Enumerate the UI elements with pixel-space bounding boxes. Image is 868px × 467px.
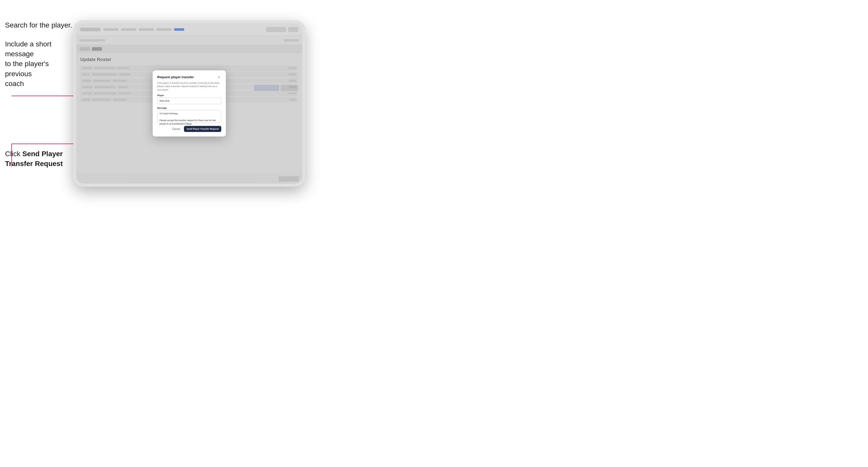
- annotation-message: Include a short message to the player's …: [5, 39, 71, 89]
- player-field-label: Player: [157, 94, 221, 97]
- message-field-label: Message: [157, 107, 221, 109]
- cancel-button[interactable]: Cancel: [170, 126, 182, 132]
- modal-overlay: Request player transfer × If the player …: [76, 23, 302, 184]
- message-textarea[interactable]: Hi Coach McHarg, Please accept this tran…: [157, 110, 221, 123]
- tablet-screen: Update Roster: [76, 23, 302, 184]
- message-textarea-value: Hi Coach McHarg, Please accept this tran…: [159, 112, 216, 125]
- close-icon[interactable]: ×: [217, 75, 221, 80]
- request-transfer-modal: Request player transfer × If the player …: [153, 70, 226, 137]
- modal-footer: Cancel Send Player Transfer Request: [157, 126, 221, 132]
- modal-header: Request player transfer ×: [157, 75, 221, 80]
- send-transfer-request-button[interactable]: Send Player Transfer Request: [184, 126, 221, 132]
- modal-title: Request player transfer: [157, 75, 194, 79]
- modal-description: If the player is transferring from anoth…: [157, 82, 221, 92]
- tablet-device: Update Roster: [73, 20, 305, 187]
- player-input[interactable]: Rees Britt: [157, 98, 221, 104]
- annotation-search: Search for the player.: [5, 20, 72, 30]
- player-input-value: Rees Britt: [159, 100, 169, 102]
- annotation-click: Click Send Player Transfer Request: [5, 149, 76, 168]
